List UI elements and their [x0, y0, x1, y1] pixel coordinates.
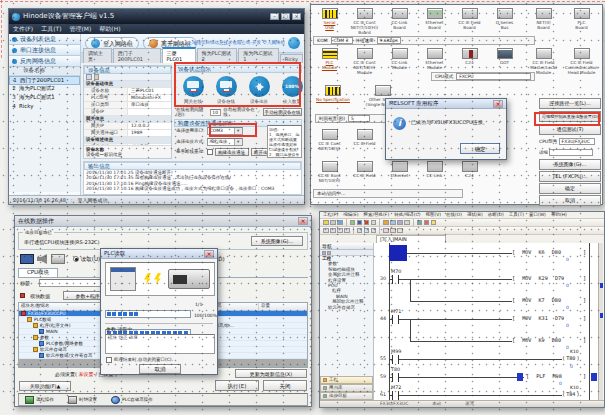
close-icon[interactable]: ×	[493, 100, 503, 108]
toolbar-icon[interactable]	[337, 220, 343, 226]
pcif-ccie-cont-board[interactable]: CC IE Cont NET(T/10(H)) Board	[348, 8, 381, 35]
property-row[interactable]: 设备名称三菱PLC01	[84, 88, 171, 95]
tab-siemens-plc01[interactable]: 西门子200PLC01	[113, 48, 161, 63]
contact-symbol[interactable]	[392, 275, 399, 284]
property-category[interactable]: 设备基础信息	[84, 81, 171, 88]
tab-haiwei-plc-test1[interactable]: 海为PLC测试1	[238, 48, 279, 63]
other-no-specification[interactable]: No Specification	[313, 85, 353, 102]
tab-ricky[interactable]: Ricky	[280, 54, 303, 63]
categorize-icon[interactable]	[86, 74, 92, 80]
menu-window[interactable]: 窗口(W)	[529, 212, 546, 217]
coexist-cclink[interactable]: CC-Link	[418, 161, 451, 178]
pcif-ethernet-board[interactable]: Ethernet Board	[418, 8, 451, 30]
cancel-button[interactable]: 取消	[539, 195, 601, 206]
instruction-mov[interactable]: [MOVK7D80	[512, 297, 561, 303]
toolbar-icon[interactable]	[383, 228, 389, 234]
nav-button-user-library[interactable]: 用户库	[320, 384, 373, 392]
editor-tab[interactable]: [写入]MAIN	[376, 235, 446, 243]
tab-cpu-module[interactable]: CPU模块	[18, 268, 58, 277]
menu-debug[interactable]: 调试(B)	[467, 212, 483, 217]
port-select[interactable]: COM3▾	[207, 127, 243, 135]
cancel-button[interactable]: 取消	[139, 364, 181, 374]
close-icon[interactable]: ×	[298, 217, 308, 225]
melsoft-ok-button[interactable]: 确定	[460, 143, 500, 154]
property-category[interactable]: 设备描述信息	[84, 137, 171, 144]
mode-select[interactable]: 编程连接▾	[207, 138, 243, 146]
menu-file[interactable]: 文件(F)	[13, 25, 33, 32]
contact-symbol[interactable]	[392, 391, 399, 400]
instruction-mov[interactable]: [MOVK6D80	[512, 249, 561, 255]
coexist-ethernet[interactable]: Ethernet	[383, 161, 416, 178]
coil-timer[interactable]: (T80)	[562, 355, 580, 361]
menu-project[interactable]: 工程(P)	[323, 212, 338, 217]
toolbar-icon[interactable]	[357, 228, 363, 234]
toolbar-icon[interactable]	[424, 220, 430, 226]
sidebar-item-serial-conn[interactable]: 串口连接信息	[9, 45, 80, 56]
toolbar-icon[interactable]	[323, 220, 329, 226]
nav-item-device-memory[interactable]: 软元件存储器	[320, 305, 373, 310]
melsoft-dialog-titlebar[interactable]: MELSOFT 应用程序 ×	[386, 99, 506, 109]
connection-channel-list-button[interactable]: 连接路径一览(L)...	[539, 98, 601, 109]
contact-symbol[interactable]	[392, 355, 399, 364]
device-row[interactable]: 2海为PLC测试2	[9, 85, 80, 94]
sort-icon[interactable]	[94, 74, 100, 80]
close-button[interactable]: 关闭	[263, 380, 307, 391]
toolbar-icon[interactable]	[397, 228, 403, 234]
route-ccie-cont[interactable]: CC IE Cont NET/10(H)	[313, 129, 346, 151]
toolbar-icon[interactable]	[337, 228, 343, 234]
instruction-plf[interactable]: [PLFM98	[526, 373, 562, 379]
menu-view[interactable]: 视图(V)	[425, 212, 441, 217]
hinode-titlebar[interactable]: Hinode设备管理客户端 v1.5 – ▢ ×	[9, 9, 304, 24]
menu-manage[interactable]: 管理(M)	[70, 25, 92, 32]
toolbar-icon[interactable]	[357, 220, 363, 226]
device-row[interactable]: 4Ricky	[9, 103, 80, 112]
toolbar-icon[interactable]	[364, 228, 370, 234]
contact-symbol[interactable]	[392, 373, 399, 382]
menu-help[interactable]: 帮助(H)	[551, 212, 567, 217]
connection-test-button[interactable]: 通信测试(T)	[539, 124, 601, 135]
pcif-cclink-board[interactable]: CC-Link Board	[383, 8, 416, 30]
contact-symbol[interactable]	[392, 315, 399, 324]
menu-find[interactable]: 搜索/替换(F)	[364, 212, 390, 217]
system-image-button[interactable]: 系统图像(G)...	[251, 236, 303, 246]
direct-connection-button[interactable]: 可编程控制器直接连接设置(D)	[539, 111, 601, 122]
sidebar-item-device-list[interactable]: 设备列表信息	[9, 34, 80, 45]
device-row[interactable]: 1西门子200PLC01	[9, 76, 80, 85]
menu-tools[interactable]: 工具(T)	[41, 25, 61, 32]
minimize-button[interactable]: –	[270, 13, 279, 20]
plcif-got[interactable]: GOT	[488, 48, 521, 65]
property-row[interactable]: 设备IP	[84, 109, 171, 116]
plcif-c24[interactable]: C24	[453, 48, 486, 65]
edit-cursor-cell[interactable]	[389, 245, 407, 261]
toolbar-icon[interactable]	[323, 228, 329, 234]
maximize-button[interactable]: ▢	[281, 13, 290, 20]
route-ccie-field[interactable]: CC IE Field	[348, 129, 381, 146]
clock-setting-item[interactable]: 时钟设置	[68, 396, 97, 404]
nav-toolbar-icon[interactable]	[327, 251, 331, 255]
coexist-c24[interactable]: C24	[453, 161, 486, 178]
coexist-ccie-cont[interactable]: CC IE Cont NET/10(H)	[313, 161, 346, 183]
plcif-plc-module[interactable]: PLC Module	[313, 48, 346, 70]
plc-memory-item[interactable]: PLC存储器操作	[111, 396, 153, 404]
menu-convert[interactable]: 转换/编译(C)	[394, 212, 420, 217]
pcif-ccie-field-board[interactable]: CC IE Field Board	[453, 8, 486, 30]
toolbar-icon[interactable]	[350, 220, 356, 226]
toolbar-icon[interactable]	[344, 228, 350, 234]
toolbar-icon[interactable]	[371, 220, 377, 226]
vertical-scrollbar[interactable]	[598, 243, 603, 400]
pcif-net2-board[interactable]: NET(II) Board	[527, 8, 560, 30]
menu-edit[interactable]: 编辑(E)	[343, 212, 358, 217]
build-channel-button[interactable]: 构建连接通道	[215, 148, 249, 156]
plcif-ccie-cont-module[interactable]: CC IE Cont NET/10(H) Module	[348, 48, 381, 75]
toolbar-icon[interactable]	[397, 220, 403, 226]
company-link[interactable]: 上海翔荣科锐信息技术有限公司-开发 登入网络组	[167, 40, 285, 45]
plcif-ccie-field-head[interactable]: CC IE Field Communication Head Module	[565, 48, 598, 75]
toolbar-icon[interactable]	[383, 220, 389, 226]
instruction-mov[interactable]: [MOVK9D80	[512, 337, 561, 343]
nav-toolbar-icon[interactable]	[322, 251, 326, 255]
menu-diagnostics[interactable]: 诊断(D)	[488, 212, 504, 217]
toolbar-icon[interactable]	[364, 220, 370, 226]
toolbar-icon[interactable]	[371, 228, 377, 234]
menu-help[interactable]: 帮助(H)	[99, 25, 120, 32]
related-functions-button[interactable]: 关联功能(F)▲	[19, 381, 71, 391]
